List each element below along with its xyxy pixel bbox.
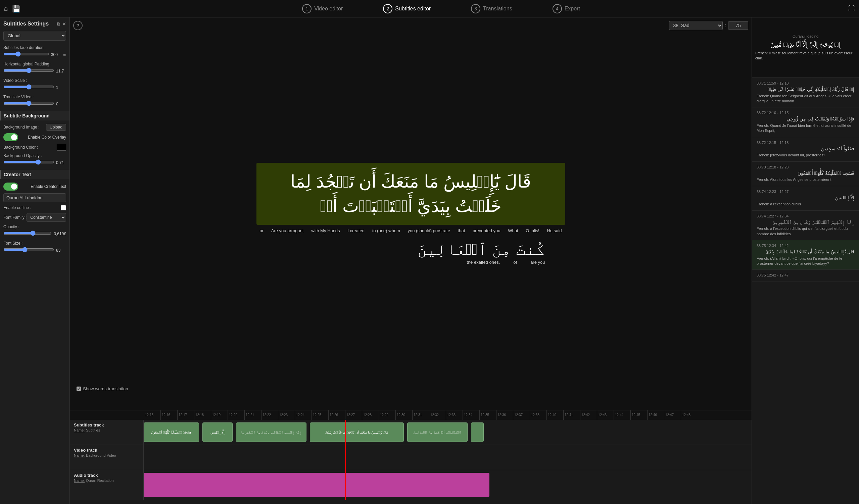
- verse-french: French: Quand ton Seigneur dit aux Anges…: [757, 94, 854, 104]
- verse-ref: 38:72 12:10 - 12:15: [757, 111, 854, 115]
- nav-step-2[interactable]: 2 Subtitles editor: [383, 4, 431, 13]
- verse-selector: 38. Sad :: [669, 21, 748, 30]
- ruler-tick: 12:48: [681, 410, 697, 420]
- audio-track-content: [144, 470, 752, 500]
- bg-image-label: Background Image :: [3, 125, 39, 129]
- ruler-tick: 12:47: [664, 410, 681, 420]
- audio-name-label[interactable]: Name:: [74, 478, 85, 483]
- show-words-row: Show words translation: [77, 386, 128, 391]
- trans2-areyou: are you: [530, 260, 545, 265]
- ruler-tick: 12:27: [345, 410, 362, 420]
- show-words-checkbox[interactable]: [77, 386, 81, 391]
- translate-row: 0: [3, 101, 66, 107]
- copy-icon[interactable]: ⧉: [57, 21, 60, 27]
- ruler-tick: 12:36: [496, 410, 513, 420]
- fade-slider[interactable]: [3, 51, 49, 57]
- verse-list-item[interactable]: 38:75 12:34 - 12:42قَالَ يَٰٓإِبۡلِيسُ م…: [752, 240, 859, 270]
- home-icon[interactable]: ⌂: [4, 5, 8, 13]
- verse-list-item[interactable]: 38:73 12:18 - 12:23فَسَجَدَ ٱلۡمَلَٰٓئِك…: [752, 162, 859, 186]
- scale-slider[interactable]: [3, 84, 54, 90]
- audio-track-info: Audio track Name: Quran Recitation: [70, 470, 144, 500]
- ruler-tick: 12:41: [563, 410, 580, 420]
- help-button[interactable]: ?: [73, 21, 82, 30]
- audio-playhead: [345, 470, 346, 500]
- center-area: ? 38. Sad : قَالَ يَٰٓإِبۡلِيسُ مَا مَنَ…: [70, 17, 752, 504]
- ruler-tick: 12:22: [261, 410, 278, 420]
- subtitle-seg-6[interactable]: [471, 423, 484, 442]
- video-track-content: [144, 445, 752, 470]
- close-icon[interactable]: ✕: [62, 21, 66, 27]
- upload-button[interactable]: Upload: [46, 124, 66, 131]
- ruler-tick: 12:15: [144, 410, 161, 420]
- video-name-label[interactable]: Name:: [74, 453, 85, 457]
- bg-section-title: Subtitle Background: [0, 111, 70, 121]
- verse-list-item[interactable]: 38:72 12:15 - 12:18فَقَعُواْ لَهُۥ سَٰجِ…: [752, 137, 859, 162]
- subtitle-seg-2[interactable]: إِلَّآ إِبۡلِيسَ: [202, 423, 232, 442]
- step-1-label: Video editor: [314, 6, 343, 12]
- font-family-row: Font Family : Constantine: [3, 213, 66, 222]
- subtitle-seg-4[interactable]: قَالَ يَٰٓإِبۡلِيسُ مَا مَنَعَكَ أَن تَس…: [310, 423, 404, 442]
- bg-opacity-slider-container: [3, 159, 54, 166]
- ruler-tick: 12:16: [161, 410, 177, 420]
- font-size-row: 83: [3, 247, 66, 253]
- outline-checkbox[interactable]: [61, 205, 66, 210]
- font-family-select[interactable]: Constantine: [27, 213, 66, 222]
- subtitle-display: قَالَ يَٰٓإِبۡلِيسُ مَا مَنَعَكَ أَن تَس…: [243, 156, 579, 272]
- audio-track: Audio track Name: Quran Recitation: [70, 470, 752, 500]
- trans2-of: of: [513, 260, 517, 265]
- translation-row-1: or Are you arrogant with My Hands I crea…: [256, 228, 565, 233]
- subtitles-track: Subtitles track Name: Subtitles فَسَجَدَ…: [70, 420, 752, 445]
- verse-dropdown[interactable]: 38. Sad: [669, 21, 723, 30]
- padding-slider[interactable]: [3, 68, 54, 73]
- ruler-tick: 12:32: [429, 410, 446, 420]
- font-size-slider[interactable]: [3, 247, 54, 252]
- subtitle-seg-3[interactable]: إِلَّآ إِبۡلِيسَ ٱسۡتَكۡبَرَ وَكَانَ مِن…: [236, 423, 306, 442]
- nav-step-3[interactable]: 3 Translations: [471, 4, 512, 13]
- nav-step-1[interactable]: 1 Video editor: [302, 4, 343, 13]
- bg-opacity-slider[interactable]: [3, 159, 54, 165]
- fade-unit: m: [63, 53, 66, 57]
- timeline-wrapper: 12:1512:1612:1712:1812:1912:2012:2112:22…: [70, 410, 752, 500]
- subtitle-seg-5[interactable]: ٱسۡتَكۡبَرۡتَ أَمۡ كُنتَ مِنَ ٱلۡعَالِين…: [407, 423, 468, 442]
- audio-segment[interactable]: [144, 473, 489, 497]
- outline-row: Enable outline :: [3, 205, 66, 210]
- fade-value: 300: [51, 52, 61, 57]
- verse-number-input[interactable]: [728, 21, 748, 30]
- playhead: [345, 420, 346, 445]
- timeline-area[interactable]: 12:1512:1612:1712:1812:1912:2012:2112:22…: [70, 410, 752, 504]
- creator-toggle[interactable]: [3, 183, 18, 190]
- ruler-tick: 12:37: [513, 410, 530, 420]
- verse-list-item[interactable]: 38:74 12:23 - 12:27إِلَّآ إِبۡلِيسَFrenc…: [752, 186, 859, 211]
- subtitle-seg-1[interactable]: فَسَجَدَ ٱلۡمَلَٰٓئِكَةُ كُلُّهُمۡ أَجۡم…: [144, 423, 199, 442]
- ruler-tick: 12:24: [295, 410, 312, 420]
- nav-left-icons: ⌂ 💾: [4, 5, 20, 13]
- global-dropdown[interactable]: Global: [3, 31, 66, 41]
- verse-list-item[interactable]: 38:72 12:10 - 12:15فَإِذَا سَوَّيۡتُهُۥ …: [752, 107, 859, 137]
- subtitles-name-label[interactable]: Name:: [74, 428, 85, 432]
- verse-french: French: (Allah) lui dit: «O Iblis, qui t…: [757, 256, 854, 266]
- scale-value: 1: [56, 85, 66, 90]
- trans-word-whom: to (one) whom: [372, 228, 400, 233]
- save-icon[interactable]: 💾: [12, 5, 20, 13]
- verse-list-item[interactable]: 38:74 12:27 - 12:34إِلَّآ إِبۡلِيسَ ٱسۡت…: [752, 211, 859, 240]
- padding-value: 11,7: [56, 69, 66, 74]
- verse-arabic: إِلَّآ إِبۡلِيسَ ٱسۡتَكۡبَرَ وَكَانَ مِن…: [757, 219, 854, 226]
- bg-color-picker[interactable]: [57, 144, 66, 151]
- nav-right: ⛶: [848, 5, 855, 12]
- creator-text-input[interactable]: [3, 193, 66, 202]
- translate-slider[interactable]: [3, 101, 54, 106]
- trans-word-prostrate: you (should) prostrate: [407, 228, 450, 233]
- timeline-ruler: 12:1512:1612:1712:1812:1912:2012:2112:22…: [144, 410, 752, 420]
- ruler-tick: 12:45: [630, 410, 647, 420]
- opacity-slider[interactable]: [3, 230, 52, 236]
- verse-french: French: à l'exception d'Iblis qui s'enfl…: [757, 226, 854, 236]
- verse-list-item[interactable]: 38:71 11:59 - 12:10إِذۡ قَالَ رَبُّكَ لِ…: [752, 78, 859, 107]
- nav-steps: 1 Video editor 2 Subtitles editor 3 Tran…: [34, 4, 848, 13]
- fullscreen-icon[interactable]: ⛶: [848, 5, 855, 12]
- verse-arabic: فَإِذَا سَوَّيۡتُهُۥ وَنَفَخۡتُ فِيهِ مِ…: [757, 116, 854, 122]
- verse-list-item[interactable]: 38:75 12:42 - 12:47: [752, 270, 859, 282]
- overlay-toggle[interactable]: [3, 133, 18, 141]
- enable-creator-row: Enable Creator Text: [3, 183, 66, 190]
- nav-step-4[interactable]: 4 Export: [553, 4, 580, 13]
- outline-label: Enable outline :: [3, 205, 31, 210]
